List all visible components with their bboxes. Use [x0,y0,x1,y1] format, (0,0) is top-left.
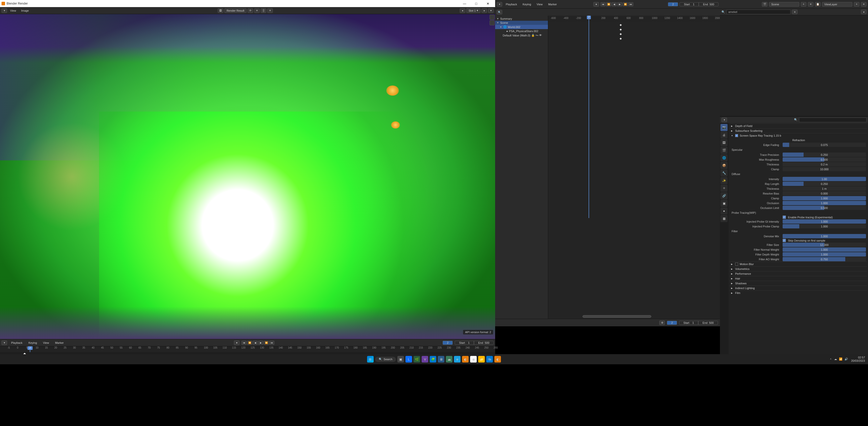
tab-modifier[interactable]: 🔧 [720,169,727,177]
tab-constraints[interactable]: 🔗 [720,192,727,199]
section-ssrt[interactable]: ▼✓Screen Space Ray Tracing 1.15 b [730,133,867,138]
jump-start-button[interactable]: ⏮ [242,341,247,345]
x-icon[interactable]: ✕ [254,8,260,13]
tab-physics[interactable]: ⚛ [720,185,727,192]
playhead[interactable]: 2 [28,346,33,350]
menu-view[interactable]: View [41,341,51,345]
zoom-icon[interactable] [490,15,495,20]
tab-object[interactable]: 📦 [720,162,727,169]
chrome-icon[interactable]: ◉ [470,356,477,363]
volume-icon[interactable]: 🔊 [844,358,848,361]
explorer-icon[interactable]: 📁 [478,356,485,363]
filter-normal-input[interactable]: 1.000 [783,248,866,252]
tab-viewlayer[interactable]: 🖼 [720,139,727,146]
occlusion-limit-input[interactable]: 0.500 [783,206,866,210]
onedrive-icon[interactable]: ☁ [834,358,837,361]
close-button[interactable]: ✕ [482,0,494,7]
outliner-tree[interactable] [720,15,868,116]
current-frame-input[interactable]: 2 [667,321,677,325]
props-search-input[interactable] [799,118,867,122]
outliner-search-input[interactable] [726,9,790,14]
filter-size-input[interactable]: 12.000 [783,243,866,247]
start-frame-input[interactable]: Start 1 [455,341,474,345]
end-frame-input[interactable]: End 500 [698,321,718,325]
play-rev-button[interactable]: ◀ [253,341,258,345]
del-viewlayer-icon[interactable]: ✕ [861,2,867,7]
menu-marker[interactable]: Marker [546,2,559,6]
play-button[interactable]: ▶ [258,341,263,345]
menu-view[interactable]: View [8,9,18,13]
end-frame-input[interactable]: End 500 [699,2,718,6]
world-row[interactable]: World.002 [508,26,520,29]
max-roughness-input[interactable]: 0.500 [783,157,866,162]
new-scene-icon[interactable]: + [801,2,806,7]
section-motion-blur[interactable]: ▶Motion Blur [730,262,867,266]
filter-ao-input[interactable]: 0.750 [783,257,866,261]
dopesheet-area[interactable]: 2 -600-400-20002004006008001000120014001… [548,16,720,319]
pin-icon[interactable]: ⟳ [248,8,253,13]
keyframe-next-button[interactable]: ⏩ [623,2,628,6]
slot-prev-icon[interactable]: ◂ [460,8,465,13]
editor-type-dropdown[interactable]: ▾ [1,341,7,345]
current-frame-input[interactable]: 2 [668,2,678,6]
ssrt-checkbox[interactable]: ✓ [735,134,738,137]
ray-length-input[interactable]: 0.250 [783,181,866,186]
clear-search-icon[interactable]: ✕ [792,9,798,14]
occlusion-input[interactable]: 1.000 [783,201,866,205]
tab-data[interactable]: ▣ [720,200,727,207]
layer-icon[interactable]: ▾ [488,8,494,13]
menu-marker[interactable]: Marker [53,341,66,345]
play-rev-button[interactable]: ◀ [612,2,617,6]
scene-row[interactable]: Scene [500,21,508,24]
tab-output[interactable]: 🖨 [720,132,727,139]
thickness2-input[interactable]: 1 m [783,187,866,191]
menu-view[interactable]: View [534,2,545,6]
popover-icon[interactable]: ⚙ [659,320,665,325]
section-dof[interactable]: ▶Depth of Field [730,124,867,128]
start-frame-input[interactable]: Start 1 [680,2,699,6]
section-performance[interactable]: ▶Performance [730,272,867,276]
probe-gi-input[interactable]: 1.000 [783,219,866,224]
task-icon[interactable]: V [422,356,428,363]
editor-type-dropdown[interactable]: ▾ [497,2,502,7]
filter-depth-input[interactable]: 1.000 [783,252,866,256]
slot-selector[interactable]: Slot 1 ▾ [466,8,480,13]
clamp2-input[interactable]: 1.000 [783,196,866,200]
task-icon[interactable]: L [405,356,412,363]
wifi-icon[interactable]: 📶 [839,358,842,361]
tab-particles[interactable]: ✨ [720,177,727,184]
section-sss[interactable]: ▶Subsurface Scattering [730,129,867,133]
enable-probe-checkbox[interactable]: ✓ [783,216,786,219]
menu-image[interactable]: Image [19,9,31,13]
task-icon[interactable]: 🖥 [438,356,444,363]
fake-user-icon[interactable]: ▒ [261,8,266,13]
menu-keying[interactable]: Keying [27,341,39,345]
maximize-button[interactable]: □ [470,0,482,7]
autokey-icon[interactable]: ● [593,2,599,7]
intensity-input[interactable]: 1.00 [783,177,866,181]
stars-row[interactable]: PSA_PhysicalStars.002 [509,30,538,33]
denoise-mix-input[interactable]: 1.000 [783,234,866,238]
jump-end-button[interactable]: ⏭ [269,341,274,345]
blender-running-icon[interactable]: ◐ [494,356,501,363]
section-indirect[interactable]: ▶Indirect Lighting [730,286,867,290]
task-icon[interactable]: 🌿 [413,356,420,363]
tab-material[interactable]: ● [720,207,727,215]
filter-icon[interactable]: ▾ [861,9,867,14]
menu-keying[interactable]: Keying [521,2,533,6]
section-hair[interactable]: ▶Hair [730,276,867,281]
thickness-input[interactable]: 0.2 m [783,162,866,167]
edge-fading-input[interactable]: 0.075 [783,143,866,147]
tray-up-icon[interactable]: ＾ [829,358,832,361]
tab-world[interactable]: 🌐 [720,154,727,161]
new-viewlayer-icon[interactable]: + [854,2,860,7]
trace-precision-input[interactable]: 0.250 [783,152,866,157]
start-frame-input[interactable]: Start 1 [679,321,698,325]
tab-render[interactable]: 📷 [720,124,727,131]
play-button[interactable]: ▶ [617,2,622,6]
scene-selector[interactable]: Scene [769,2,799,7]
task-icon[interactable]: ⛰ [446,356,453,363]
render-result-label[interactable]: Render Result [224,8,247,13]
section-shadows[interactable]: ▶Shadows [730,281,867,286]
blender-icon[interactable]: ◐ [462,356,469,363]
